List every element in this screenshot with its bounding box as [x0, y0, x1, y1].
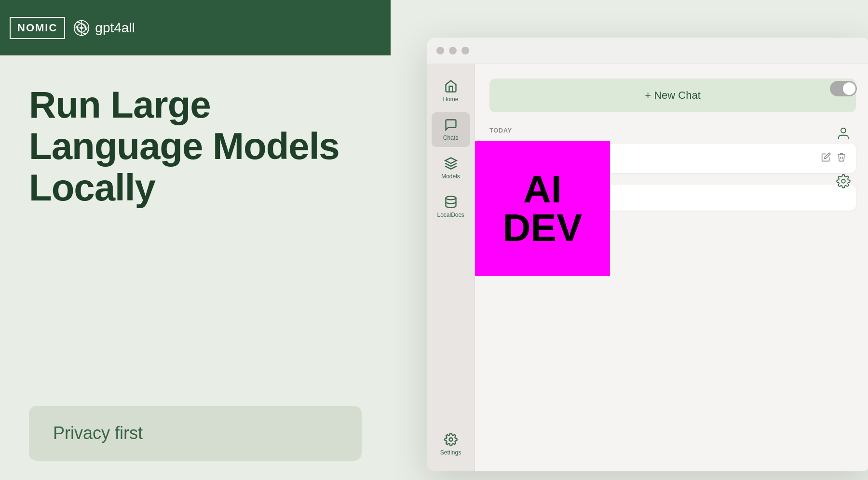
edit-icon	[821, 152, 831, 162]
toggle-knob	[843, 82, 855, 95]
gpt4all-brand: gpt4all	[73, 19, 135, 37]
gpt4all-icon	[73, 19, 90, 37]
left-section: NOMIC gpt4all Run Large Language Models …	[0, 0, 391, 480]
svg-point-9	[841, 179, 845, 183]
home-icon	[444, 80, 458, 93]
ai-dev-overlay: AI DEV	[475, 141, 610, 276]
right-side-panel	[830, 81, 857, 192]
edit-chat-button[interactable]	[821, 152, 831, 164]
chats-label: Chats	[443, 134, 458, 141]
ai-dev-text: AI DEV	[503, 170, 583, 247]
settings-icon	[444, 433, 458, 446]
right-section: Home Chats Models	[391, 0, 868, 480]
home-label: Home	[443, 96, 458, 103]
privacy-text: Privacy first	[53, 423, 143, 443]
models-label: Models	[441, 173, 460, 180]
main-panel: + New Chat TODAY New Chat	[475, 64, 868, 471]
models-icon	[444, 157, 458, 170]
brand-name-text: gpt4all	[95, 20, 135, 36]
traffic-light-yellow	[449, 47, 457, 54]
sidebar-item-settings[interactable]: Settings	[432, 427, 470, 462]
gear-icon-button[interactable]	[833, 171, 854, 192]
sidebar-item-home[interactable]: Home	[432, 74, 470, 108]
localdocs-icon	[444, 195, 458, 209]
traffic-light-green	[461, 47, 469, 54]
main-content: Run Large Language Models Locally Privac…	[0, 55, 391, 480]
chats-icon	[444, 118, 458, 132]
svg-point-6	[446, 196, 456, 200]
svg-point-8	[841, 128, 846, 133]
privacy-badge: Privacy first	[29, 406, 362, 461]
settings-label: Settings	[440, 449, 461, 456]
traffic-light-red	[436, 47, 444, 54]
sidebar-item-chats[interactable]: Chats	[432, 112, 470, 147]
toggle-switch[interactable]	[830, 81, 857, 96]
sidebar: Home Chats Models	[427, 64, 475, 471]
new-chat-button[interactable]: + New Chat	[489, 79, 856, 112]
headline: Run Large Language Models Locally	[29, 84, 362, 208]
user-icon-button[interactable]	[833, 123, 854, 144]
header-bar: NOMIC gpt4all	[0, 0, 391, 55]
today-label: TODAY	[489, 127, 856, 134]
nomic-logo: NOMIC	[10, 17, 65, 39]
svg-point-7	[449, 438, 452, 441]
localdocs-label: LocalDocs	[437, 212, 464, 218]
title-bar	[427, 38, 868, 64]
sidebar-item-localdocs[interactable]: LocalDocs	[432, 189, 470, 224]
app-body: Home Chats Models	[427, 64, 868, 471]
app-window: Home Chats Models	[427, 38, 868, 471]
sidebar-item-models[interactable]: Models	[432, 151, 470, 186]
user-icon	[836, 126, 851, 141]
gear-icon	[836, 174, 851, 188]
